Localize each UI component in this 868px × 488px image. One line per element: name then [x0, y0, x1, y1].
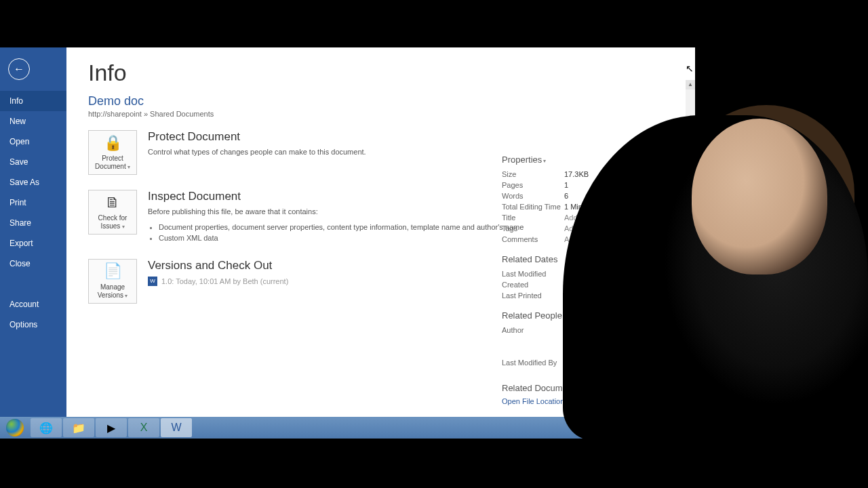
date-key: Last Printed	[502, 291, 564, 300]
nav-share[interactable]: Share	[0, 213, 66, 233]
taskbar-word[interactable]: W	[161, 418, 192, 437]
inspect-description: Before publishing this file, be aware th…	[148, 206, 524, 218]
page-title: Info	[88, 60, 673, 86]
lock-icon: 🔒	[104, 134, 122, 152]
taskbar-media[interactable]: ▶	[96, 418, 127, 437]
windows-orb-icon	[6, 419, 24, 436]
versions-icon: 📄	[104, 262, 122, 280]
manage-versions-button[interactable]: 📄 Manage Versions	[88, 259, 137, 304]
nav-open[interactable]: Open	[0, 131, 66, 152]
nav-save[interactable]: Save	[0, 152, 66, 172]
inspect-icon: 🗎	[105, 194, 120, 211]
author-label: Author	[502, 326, 564, 334]
nav-options[interactable]: Options	[0, 314, 66, 335]
taskbar-excel[interactable]: X	[128, 418, 159, 437]
property-key: Pages	[502, 181, 564, 189]
date-key: Last Modified	[502, 270, 564, 278]
nav-close[interactable]: Close	[0, 253, 66, 274]
nav-account[interactable]: Account	[0, 294, 66, 314]
nav-info[interactable]: Info	[0, 91, 66, 111]
scroll-up-icon[interactable]: ▲	[686, 80, 695, 89]
last-modified-by-label: Last Modified By	[502, 359, 564, 367]
protect-description: Control what types of changes people can…	[148, 146, 366, 158]
property-key: Words	[502, 192, 564, 200]
protect-heading: Protect Document	[148, 130, 366, 144]
inspect-heading: Inspect Document	[148, 190, 524, 203]
version-entry[interactable]: W 1.0: Today, 10:01 AM by Beth (current)	[148, 277, 288, 286]
windows-taskbar: 🌐 📁 ▶ X W 🔊 10:01 12/16	[0, 417, 648, 439]
taskbar-ie[interactable]: 🌐	[31, 418, 62, 437]
backstage-sidebar: ← InfoNewOpenSaveSave AsPrintShareExport…	[0, 47, 66, 417]
back-button[interactable]: ←	[8, 58, 30, 80]
property-key: Size	[502, 170, 564, 178]
nav-save-as[interactable]: Save As	[0, 172, 66, 192]
inspect-bullet: Custom XML data	[159, 232, 524, 244]
date-key: Created	[502, 281, 564, 289]
property-key: Title	[502, 214, 564, 222]
check-for-issues-button[interactable]: 🗎 Check for Issues	[88, 190, 137, 235]
property-value: 17.3KB	[564, 170, 589, 178]
property-value: 1	[564, 181, 568, 189]
document-path: http://sharepoint » Shared Documents	[88, 110, 673, 118]
nav-print[interactable]: Print	[0, 192, 66, 213]
property-key: Tags	[502, 224, 564, 232]
nav-export[interactable]: Export	[0, 233, 66, 253]
inspect-bullet: Document properties, document server pro…	[159, 222, 524, 233]
presenter-overlay	[692, 119, 827, 274]
property-key: Total Editing Time	[502, 203, 564, 211]
taskbar-explorer[interactable]: 📁	[63, 418, 94, 437]
document-title: Demo doc	[88, 94, 673, 108]
word-doc-icon: W	[148, 277, 157, 286]
protect-document-button[interactable]: 🔒 Protect Document	[88, 130, 137, 175]
nav-new[interactable]: New	[0, 111, 66, 131]
property-value: 6	[564, 192, 568, 200]
property-key: Comments	[502, 235, 564, 243]
start-button[interactable]	[0, 417, 30, 439]
versions-heading: Versions and Check Out	[148, 259, 288, 272]
back-arrow-icon: ←	[14, 63, 24, 75]
